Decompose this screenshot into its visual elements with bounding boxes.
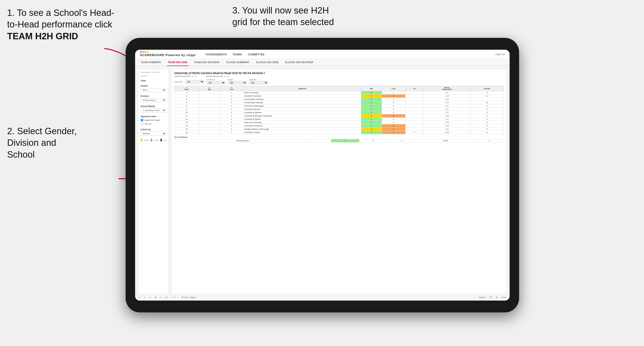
- cell-tie: [406, 98, 423, 101]
- subnav-player-h2h-heatmap[interactable]: PLAYER H2H HEATMAP: [284, 61, 314, 64]
- cell-opponent: University of Florida: [243, 131, 361, 134]
- watch-btn[interactable]: Watch ▾: [478, 296, 487, 296]
- out-div-table: NCAA Division II 1 0 0 26.00 3: [174, 139, 504, 143]
- region-filter-group: Region (All): [228, 79, 247, 84]
- col-loss: Loss: [382, 86, 406, 91]
- cell-loss: 0: [382, 104, 406, 108]
- cell-opponent: University of Virginia: [243, 118, 361, 121]
- table-row: 10 5 University of Alabama 3 0 2.61 8: [174, 111, 504, 114]
- cell-win: 1: [361, 104, 382, 108]
- nav-committee[interactable]: COMMITTEE: [248, 52, 265, 57]
- annotation-1: 1. To see a School's Head- to-Head perfo…: [7, 7, 140, 42]
- cell-reg: [199, 91, 220, 94]
- cell-opponent: Texas Tech University: [243, 121, 361, 124]
- legend-up-label: Up: [164, 139, 166, 141]
- cell-loss: 0: [382, 111, 406, 114]
- toolbar-grid-btn[interactable]: ⊞: [495, 296, 498, 296]
- division-select[interactable]: NCAA Division I: [140, 98, 166, 102]
- cell-tie: [406, 114, 423, 118]
- colour-by-select[interactable]: Win/loss: [140, 132, 166, 136]
- cell-opponent: University of Alabama: [243, 111, 361, 114]
- subnav-player-summary[interactable]: PLAYER SUMMARY: [225, 61, 250, 64]
- cell-win: 3: [361, 131, 382, 134]
- share-btn[interactable]: Share: [500, 296, 507, 296]
- toolbar-comment-btn[interactable]: 💬: [489, 296, 493, 296]
- table-row: 3 2 Vanderbilt University 0 4 -2.29 8: [174, 94, 504, 98]
- annotation-2-line1: 2. Select Gender,: [7, 126, 77, 136]
- cell-tie: [406, 118, 423, 121]
- cell-rounds: [470, 98, 504, 101]
- cell-rank: 11: [174, 114, 199, 118]
- table-row: 12 3 University of Virginia 1 0 2.33 3: [174, 118, 504, 121]
- nav-teams[interactable]: TEAMS: [232, 52, 242, 57]
- timestamp2: 16:55:38: [140, 75, 166, 77]
- view-original-btn[interactable]: 🖥 View: Original: [180, 296, 196, 296]
- gender-select[interactable]: Men's: [140, 88, 166, 92]
- cell-rank: 6: [174, 101, 199, 104]
- cell-conf: 3: [220, 118, 243, 121]
- cell-conf: 6: [220, 114, 243, 118]
- cell-loss: 0: [382, 121, 406, 124]
- main-nav: TOURNAMENTS TEAMS COMMITTEE: [205, 52, 264, 57]
- out-div-diff: 26.00: [416, 139, 475, 143]
- cell-diff: 4.50: [423, 128, 470, 131]
- table-row: 8 2 University of Washington 1 0 3.67 3: [174, 104, 504, 108]
- opponent-filter-label: Opponent: [249, 79, 268, 80]
- colour-by-label: Colour by: [140, 128, 166, 131]
- nav-tournaments[interactable]: TOURNAMENTS: [205, 52, 227, 57]
- cell-conf: 2: [220, 104, 243, 108]
- cell-win: 0: [361, 114, 382, 118]
- cell-conf: 2: [220, 101, 243, 104]
- annotation-1-text: 1. To see a School's Head-: [7, 8, 114, 18]
- radio-opponents-played[interactable]: Opponents Played: [140, 119, 166, 122]
- cell-reg: [199, 104, 220, 108]
- cell-reg: [199, 94, 220, 98]
- cell-win: 3: [361, 121, 382, 124]
- subnav-team-summary[interactable]: TEAM SUMMARY: [140, 61, 162, 64]
- cell-tie: [406, 128, 423, 131]
- cell-reg: [199, 101, 220, 104]
- cell-rounds: 3: [470, 114, 504, 118]
- cell-tie: [406, 124, 423, 128]
- col-rounds: Rounds: [470, 86, 504, 91]
- cell-diff: 9.00: [423, 108, 470, 111]
- cell-loss: 0: [382, 101, 406, 104]
- table-row: 9 3 University of Arizona 1 0 9.00 2: [174, 108, 504, 111]
- annotation-3-line2: grid for the team selected: [232, 17, 334, 27]
- school-select[interactable]: 1. University of Nort...: [140, 108, 166, 112]
- subnav-player-h2h-grid[interactable]: PLAYER H2H GRID: [255, 61, 280, 64]
- cell-diff: 1.67: [423, 91, 470, 94]
- cell-conf: 5: [220, 111, 243, 114]
- radio-top100[interactable]: Top 100: [140, 122, 166, 125]
- cell-diff: 5.56: [423, 121, 470, 124]
- table-row: 6 2 Florida State University 1 0 1.83 12: [174, 101, 504, 104]
- col-reg: #Reg: [199, 86, 220, 91]
- cell-loss: 1: [382, 98, 406, 101]
- table-row: 2 1 Auburn University 2 1 1.67 9: [174, 91, 504, 94]
- sub-nav: TEAM SUMMARY TEAM H2H GRID TEAM H2H HEAT…: [135, 59, 510, 66]
- opponents-filter[interactable]: (All): [185, 80, 204, 84]
- cell-opponent: Florida State University: [243, 101, 361, 104]
- conference-filter[interactable]: (All): [206, 81, 226, 84]
- out-div-row: NCAA Division II 1 0 0 26.00 3: [174, 139, 504, 143]
- cell-diff: -1.00: [423, 124, 470, 128]
- cell-rank: 15: [174, 128, 199, 131]
- cell-tie: [406, 121, 423, 124]
- filters-row: Opponents: (All) Conference (All) Region…: [174, 79, 504, 84]
- opponent-filter[interactable]: (All): [249, 81, 268, 84]
- out-div-loss: 0: [359, 139, 388, 143]
- cell-tie: [406, 91, 423, 94]
- app-header: SCOREBOARD Powered by clippi TOURNAMENTS…: [135, 50, 510, 59]
- out-of-division: Out of division NCAA Division II 1 0 0 2…: [174, 136, 504, 143]
- logo: SCOREBOARD Powered by clippi: [140, 52, 196, 57]
- subnav-team-h2h-grid[interactable]: TEAM H2H GRID: [167, 61, 188, 66]
- cell-opponent: Georgia Institute of Technology: [243, 128, 361, 131]
- toolbar-btn-7[interactable]: ⏱: [172, 296, 176, 296]
- out-div-name: NCAA Division II: [174, 139, 312, 143]
- subnav-team-h2h-heatmap[interactable]: TEAM H2H HEATMAP: [193, 61, 220, 64]
- sign-out-link[interactable]: | Sign out: [495, 53, 505, 56]
- region-filter[interactable]: (All): [228, 81, 247, 84]
- cell-rank: 9: [174, 108, 199, 111]
- cell-reg: [199, 124, 220, 128]
- grid-records: Overall Record: 89 - 17 - 0 Division Rec…: [174, 75, 504, 77]
